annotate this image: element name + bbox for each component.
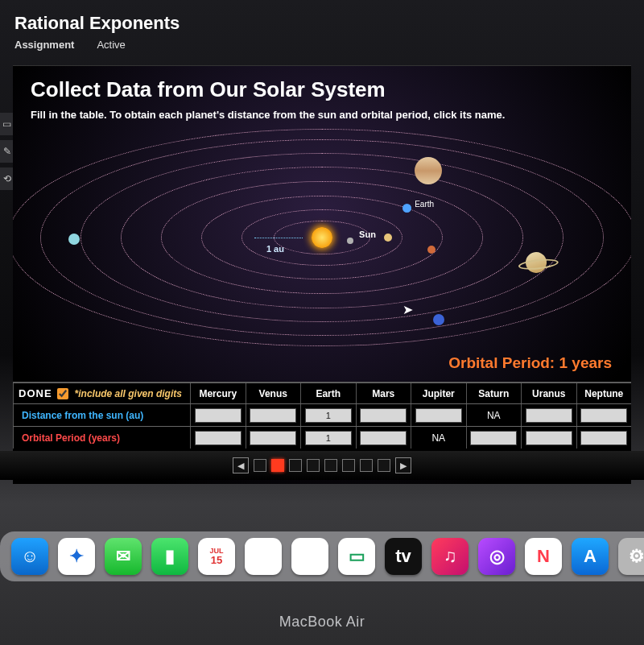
cell-input-mars-row0[interactable] [360, 408, 407, 423]
au-distance-line [254, 238, 303, 238]
dock-facetime-icon[interactable]: ▮ [151, 538, 188, 575]
solar-system-diagram: 1 au Sun Earth ➤ [13, 137, 631, 338]
dock-photos-icon[interactable]: ❁ [245, 538, 282, 575]
cell-input-venus-row1[interactable] [250, 431, 296, 445]
data-table: DONE *include all given digits MercuryVe… [13, 382, 631, 456]
cell-input-mercury-row1[interactable] [195, 431, 242, 445]
cell-na: NA [487, 410, 501, 421]
table-cell [356, 404, 411, 426]
readout-label: Orbital Period: [448, 354, 555, 371]
column-header-venus[interactable]: Venus [246, 383, 301, 403]
pager-cell-5[interactable] [324, 459, 337, 472]
planet-venus[interactable] [384, 234, 392, 242]
pager-prev-button[interactable]: ◀ [233, 457, 249, 473]
pager: ◀ ▶ [0, 451, 644, 480]
planet-uranus[interactable] [68, 234, 80, 245]
column-header-jupiter[interactable]: Jupiter [411, 383, 466, 403]
dock-reminders-icon[interactable]: ≣ [291, 538, 328, 575]
dock-podcasts-icon[interactable]: ◎ [478, 538, 515, 575]
dock-settings-icon[interactable]: ⚙ [618, 538, 644, 575]
dock-music-icon[interactable]: ♫ [431, 538, 469, 575]
table-cell [521, 427, 576, 449]
done-checkbox[interactable] [57, 388, 68, 399]
planet-mars[interactable] [427, 246, 436, 254]
table-cell [576, 404, 632, 426]
planet-jupiter[interactable] [415, 157, 442, 184]
planet-earth[interactable] [402, 204, 411, 213]
cell-input-earth-row0[interactable] [305, 408, 352, 423]
column-header-mercury[interactable]: Mercury [190, 383, 246, 403]
digits-note: *include all given digits [75, 388, 182, 399]
table-cell [246, 404, 301, 426]
cell-input-venus-row0[interactable] [250, 408, 296, 423]
dock-finder-icon[interactable]: ☺ [11, 538, 48, 575]
instruction-text: Fill in the table. To obtain each planet… [31, 109, 613, 121]
planet-mercury[interactable] [347, 238, 353, 244]
orbital-readout: Orbital Period: 1 years [448, 354, 612, 372]
cell-input-uranus-row1[interactable] [526, 431, 572, 445]
table-cell: NA [411, 427, 466, 449]
sun-icon [312, 227, 332, 248]
dock-safari-icon[interactable]: ✦ [58, 538, 95, 575]
table-cell [190, 404, 246, 426]
pager-cell-4[interactable] [307, 459, 320, 472]
table-row: Orbital Period (years)NA [13, 426, 631, 449]
cell-input-jupiter-row0[interactable] [415, 408, 462, 423]
done-label: DONE [19, 387, 52, 399]
lesson-title: Collect Data from Our Solar System [31, 77, 613, 102]
cell-input-neptune-row1[interactable] [580, 431, 627, 445]
planet-neptune[interactable] [433, 314, 444, 325]
table-header-row: DONE *include all given digits MercuryVe… [13, 382, 631, 403]
cell-input-mercury-row0[interactable] [195, 408, 242, 423]
page-title: Rational Exponents [14, 13, 630, 34]
pager-cell-1[interactable] [254, 459, 266, 472]
column-header-saturn[interactable]: Saturn [466, 383, 522, 403]
earth-label: Earth [415, 200, 434, 209]
table-cell [466, 427, 522, 449]
pager-cell-2[interactable] [271, 459, 284, 472]
cell-input-uranus-row0[interactable] [526, 408, 572, 423]
sun-label: Sun [359, 229, 376, 239]
dock-tv-icon[interactable]: tv [385, 538, 422, 575]
dock-notes-icon[interactable]: ▭ [338, 538, 375, 575]
cell-na: NA [431, 432, 445, 444]
cell-input-mars-row1[interactable] [360, 431, 407, 445]
dock-messages-icon[interactable]: ✉ [105, 538, 142, 575]
column-header-earth[interactable]: Earth [300, 383, 356, 403]
pager-cell-3[interactable] [289, 459, 302, 472]
table-cell [356, 427, 411, 449]
column-header-uranus[interactable]: Uranus [521, 383, 576, 403]
table-cell [521, 404, 576, 426]
cell-input-saturn-row1[interactable] [470, 431, 517, 445]
dock-news-icon[interactable]: N [525, 538, 562, 575]
cursor-icon: ➤ [402, 302, 413, 317]
cell-input-neptune-row0[interactable] [580, 408, 627, 423]
planet-saturn[interactable] [523, 249, 550, 275]
tab-assignment[interactable]: Assignment [14, 39, 74, 51]
au-label: 1 au [266, 244, 284, 254]
table-cell [411, 404, 466, 426]
table-cell [300, 404, 356, 426]
bezel-text: MacBook Air [0, 614, 644, 631]
dock: ☺ ✦ ✉ ▮ JUL 15 ❁ ≣ ▭ tv ♫ ◎ N A ⚙ ▥ ⌗ [0, 531, 644, 581]
readout-value: 1 years [559, 354, 612, 371]
table-cell [190, 427, 246, 449]
column-header-mars[interactable]: Mars [356, 383, 411, 403]
cell-input-earth-row1[interactable] [305, 431, 352, 445]
pager-cell-8[interactable] [378, 459, 390, 472]
table-cell: NA [466, 404, 522, 426]
table-cell [576, 427, 632, 449]
pager-cell-7[interactable] [360, 459, 373, 472]
pager-cell-6[interactable] [342, 459, 355, 472]
tab-active[interactable]: Active [97, 39, 125, 51]
column-header-neptune[interactable]: Neptune [576, 383, 632, 403]
table-cell [246, 427, 301, 449]
tv-label: tv [395, 546, 411, 567]
calendar-day: 15 [211, 555, 222, 565]
dock-calendar-icon[interactable]: JUL 15 [198, 538, 235, 575]
row-label: Distance from the sun (au) [13, 404, 190, 426]
tab-bar: Assignment Active [14, 39, 630, 51]
pager-next-button[interactable]: ▶ [395, 457, 411, 473]
dock-appstore-icon[interactable]: A [572, 538, 609, 575]
table-cell [300, 427, 356, 449]
